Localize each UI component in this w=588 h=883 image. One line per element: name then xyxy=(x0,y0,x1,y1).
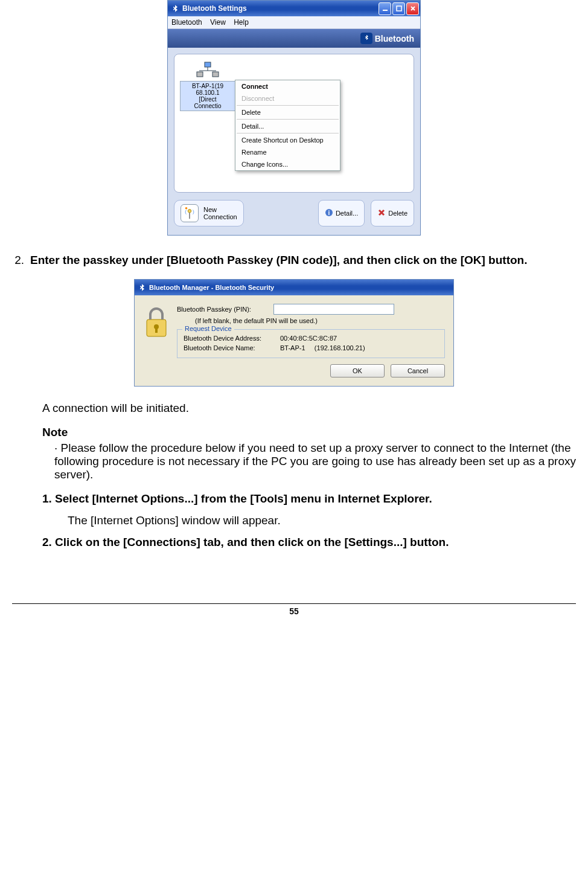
svg-rect-6 xyxy=(213,72,219,77)
brand-text: Bluetooth xyxy=(375,34,414,43)
device-item[interactable]: BT-AP-1(19 68.100.1 [Direct Connectio xyxy=(181,60,235,111)
menu-delete[interactable]: Delete xyxy=(235,106,340,118)
svg-rect-1 xyxy=(397,6,401,11)
step-2: 2. Enter the passkey under [Bluetooth Pa… xyxy=(5,254,576,267)
context-menu: Connect Disconnect Delete Detail... Crea… xyxy=(235,80,340,171)
bluetooth-logo-icon xyxy=(360,33,372,44)
lock-icon xyxy=(143,304,170,340)
substep-2: 2. Click on the [Connections] tab, and t… xyxy=(42,536,576,549)
close-button[interactable] xyxy=(406,2,419,15)
svg-point-7 xyxy=(188,210,191,213)
menu-connect[interactable]: Connect xyxy=(235,80,340,92)
minimize-button[interactable] xyxy=(379,2,391,15)
passkey-label: Bluetooth Passkey (PIN): xyxy=(177,306,273,313)
result-text: A connection will be initiated. xyxy=(42,402,576,415)
device-name-label: Bluetooth Device Name: xyxy=(184,344,280,352)
brand-bar: Bluetooth xyxy=(168,29,420,48)
svg-rect-5 xyxy=(197,72,203,77)
menu-change-icons[interactable]: Change Icons... xyxy=(235,158,340,170)
address-label: Bluetooth Device Address: xyxy=(184,335,280,342)
menu-bluetooth[interactable]: Bluetooth xyxy=(171,18,202,27)
ok-button[interactable]: OK xyxy=(330,364,385,377)
dialog-titlebar: Bluetooth Manager - Bluetooth Security xyxy=(135,280,453,295)
detail-button[interactable]: i Detail... xyxy=(318,200,365,226)
svg-rect-2 xyxy=(205,62,211,67)
info-icon: i xyxy=(325,208,333,218)
device-name-value: BT-AP-1 (192.168.100.21) xyxy=(280,344,365,352)
svg-point-8 xyxy=(185,207,188,210)
antenna-icon xyxy=(181,204,199,222)
substep-1-result: The [Internet Options] window will appea… xyxy=(68,514,576,527)
menu-detail[interactable]: Detail... xyxy=(235,120,340,132)
bluetooth-icon xyxy=(137,283,147,292)
note-body: · Please follow the procedure below if y… xyxy=(54,442,576,481)
request-device-group: Request Device Bluetooth Device Address:… xyxy=(177,329,445,358)
address-value: 00:40:8C:5C:8C:87 xyxy=(280,335,337,342)
dialog-title: Bluetooth Manager - Bluetooth Security xyxy=(149,284,274,291)
menu-rename[interactable]: Rename xyxy=(235,146,340,158)
cancel-button[interactable]: Cancel xyxy=(391,364,445,377)
new-connection-label: New Connection xyxy=(203,206,237,220)
devices-panel: BT-AP-1(19 68.100.1 [Direct Connectio Co… xyxy=(174,54,414,193)
bluetooth-settings-window: Bluetooth Settings Bluetooth View Help B… xyxy=(167,0,421,236)
maximize-button[interactable] xyxy=(392,2,405,15)
svg-text:i: i xyxy=(328,210,330,216)
svg-rect-0 xyxy=(383,10,388,11)
passkey-hint: (If left blank, the default PIN will be … xyxy=(195,317,445,324)
device-label: BT-AP-1(19 68.100.1 [Direct Connectio xyxy=(180,81,235,111)
fieldset-legend: Request Device xyxy=(182,325,234,332)
menu-view[interactable]: View xyxy=(210,18,226,27)
note-heading: Note xyxy=(42,426,576,439)
bluetooth-manager-dialog: Bluetooth Manager - Bluetooth Security B… xyxy=(134,279,454,387)
menu-disconnect: Disconnect xyxy=(235,92,340,104)
passkey-input[interactable] xyxy=(273,304,394,315)
delete-button[interactable]: Delete xyxy=(371,200,414,226)
menu-help[interactable]: Help xyxy=(234,18,249,27)
new-connection-button[interactable]: New Connection xyxy=(174,200,244,226)
step-text: Enter the passkey under [Bluetooth Passk… xyxy=(30,254,576,267)
window-title: Bluetooth Settings xyxy=(182,4,247,13)
substep-1: 1. Select [Internet Options...] from the… xyxy=(42,492,576,506)
delete-x-icon xyxy=(377,208,386,218)
bluetooth-icon xyxy=(170,4,180,13)
network-device-icon xyxy=(196,60,220,80)
page-number: 55 xyxy=(12,603,576,616)
step-number: 2. xyxy=(5,254,30,267)
menu-create-shortcut[interactable]: Create Shortcut on Desktop xyxy=(235,134,340,146)
svg-rect-13 xyxy=(155,328,158,333)
menubar: Bluetooth View Help xyxy=(168,16,420,29)
titlebar: Bluetooth Settings xyxy=(168,1,420,16)
